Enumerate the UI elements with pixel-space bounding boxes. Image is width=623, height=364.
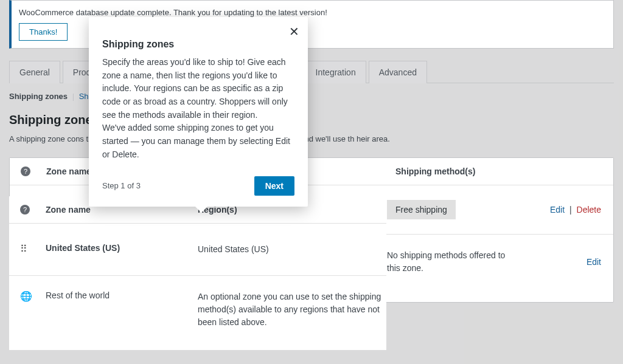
row-actions: Edit [586,257,601,267]
help-icon[interactable]: ? [20,205,30,215]
close-button[interactable]: ✕ [289,24,299,39]
close-icon: ✕ [289,25,299,38]
edit-link[interactable]: Edit [550,205,565,215]
tour-title: Shipping zones [102,39,294,50]
help-icon[interactable]: ? [21,167,30,176]
next-button[interactable]: Next [254,176,294,196]
thanks-button[interactable]: Thanks! [19,23,68,41]
edit-link[interactable]: Edit [586,257,601,267]
zone-name[interactable]: United States (US) [46,243,198,253]
drag-handle-icon[interactable]: ⠿ [20,243,46,255]
zone-region: An optional zone you can use to set the … [198,290,386,329]
tour-step-indicator: Step 1 of 3 [102,181,141,190]
delete-link[interactable]: Delete [577,205,601,215]
tour-highlight: ? Zone name Region(s) ⠿ United States (U… [9,196,386,350]
tour-popup: ✕ Shipping zones Specify the areas you'd… [89,17,308,207]
shipping-method-chip[interactable]: Free shipping [387,200,456,219]
row-actions: Edit | Delete [550,205,601,215]
zone-region: United States (US) [198,243,386,256]
globe-icon: 🌐 [20,290,46,302]
tab-general[interactable]: General [9,61,60,83]
tour-arrow-icon [195,207,207,213]
tour-body: Specify the areas you'd like to ship to!… [102,56,294,122]
no-methods-text: No shipping methods offered to this zone… [387,249,509,275]
header-methods: Shipping method(s) [387,167,613,176]
tab-advanced[interactable]: Advanced [369,61,427,83]
subtab-zones[interactable]: Shipping zones [9,92,68,101]
notice-message: WooCommerce database update complete. Th… [19,8,606,17]
tour-body: We've added some shipping zones to get y… [102,122,294,161]
tab-integration[interactable]: Integration [305,61,366,83]
zone-name: Rest of the world [46,290,198,300]
